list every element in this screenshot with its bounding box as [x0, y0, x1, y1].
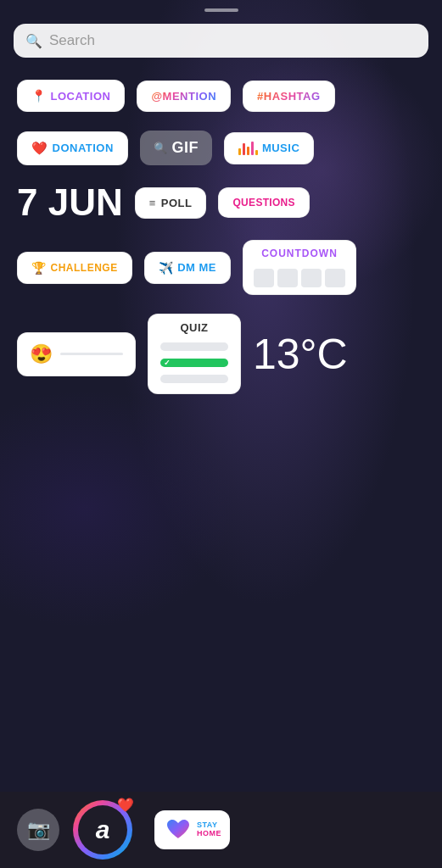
countdown-boxes [254, 269, 345, 287]
date-sticker[interactable]: 7 JUN [17, 184, 123, 221]
questions-sticker[interactable]: QUESTIONS [218, 187, 309, 218]
gif-sticker[interactable]: 🔍 GIF [140, 131, 212, 165]
emoji-face: 😍 [30, 343, 53, 365]
poll-icon: ≡ [149, 197, 156, 209]
top-bar [0, 0, 442, 17]
quiz-label: QUIZ [180, 321, 208, 334]
home-label: HOME [197, 830, 221, 838]
sticker-grid: 📍 LOCATION @MENTION #HASHTAG ❤️ DONATION… [0, 71, 442, 403]
dm-icon: ✈️ [159, 261, 174, 275]
quiz-check-icon: ✓ [164, 359, 171, 367]
top-indicator [204, 8, 238, 12]
emoji-sticker[interactable]: 😍 [17, 332, 136, 376]
challenge-label: CHALLENGE [51, 262, 118, 274]
sticker-row-3: 7 JUN ≡ POLL QUESTIONS [17, 184, 425, 221]
poll-label: POLL [161, 197, 193, 209]
search-placeholder: Search [49, 32, 95, 49]
countdown-box-3 [301, 269, 322, 287]
countdown-box-4 [325, 269, 345, 287]
countdown-label: COUNTDOWN [261, 248, 338, 259]
mention-label: @MENTION [151, 90, 216, 103]
gif-search-icon: 🔍 [154, 142, 168, 154]
gif-label: GIF [171, 139, 199, 157]
quiz-sticker[interactable]: QUIZ ✓ [148, 314, 241, 394]
sticker-row-4: 🏆 CHALLENGE ✈️ DM ME COUNTDOWN [17, 240, 425, 295]
dm-label: DM ME [177, 261, 216, 274]
poll-sticker[interactable]: ≡ POLL [135, 187, 207, 219]
camera-button[interactable]: 📷 [17, 809, 59, 851]
sticker-row-1: 📍 LOCATION @MENTION #HASHTAG [17, 80, 425, 112]
search-icon: 🔍 [25, 33, 42, 49]
search-bar[interactable]: 🔍 Search [14, 24, 428, 58]
location-label: LOCATION [51, 90, 111, 103]
challenge-icon: 🏆 [31, 261, 47, 275]
music-sticker[interactable]: MUSIC [224, 132, 314, 164]
quiz-bar-3 [160, 375, 228, 383]
camera-icon: 📷 [27, 819, 50, 841]
donation-sticker[interactable]: ❤️ DONATION [17, 131, 128, 165]
countdown-sticker[interactable]: COUNTDOWN [243, 240, 356, 295]
dm-sticker[interactable]: ✈️ DM ME [144, 252, 231, 284]
emoji-line [60, 353, 124, 355]
sticker-row-2: ❤️ DONATION 🔍 GIF MUSIC [17, 131, 425, 165]
sticker-row-5: 😍 QUIZ ✓ 13°C [17, 314, 425, 394]
stay-home-sticker[interactable]: STAY HOME [154, 810, 230, 849]
quiz-bar-2: ✓ [160, 359, 228, 367]
location-icon: 📍 [31, 89, 47, 103]
bottom-bar: 📷 a ❤️ [0, 792, 442, 868]
hashtag-sticker[interactable]: #HASHTAG [243, 81, 335, 112]
text-sticker-button[interactable]: a ❤️ [73, 800, 132, 860]
quiz-bar-1 [160, 342, 228, 351]
heart-icon: ❤️ [117, 797, 134, 813]
challenge-sticker[interactable]: 🏆 CHALLENGE [17, 252, 132, 284]
music-label: MUSIC [262, 142, 299, 154]
location-sticker[interactable]: 📍 LOCATION [17, 80, 125, 112]
countdown-box-2 [277, 269, 298, 287]
questions-label: QUESTIONS [232, 197, 294, 209]
hashtag-label: #HASHTAG [257, 90, 321, 103]
mention-sticker[interactable]: @MENTION [137, 81, 231, 112]
temperature-sticker[interactable]: 13°C [253, 333, 348, 376]
donation-icon: ❤️ [31, 141, 48, 156]
stay-home-heart-icon [163, 817, 193, 843]
stay-home-text: STAY HOME [197, 821, 221, 838]
music-bars [238, 142, 258, 155]
donation-label: DONATION [53, 142, 114, 154]
countdown-box-1 [254, 269, 274, 287]
